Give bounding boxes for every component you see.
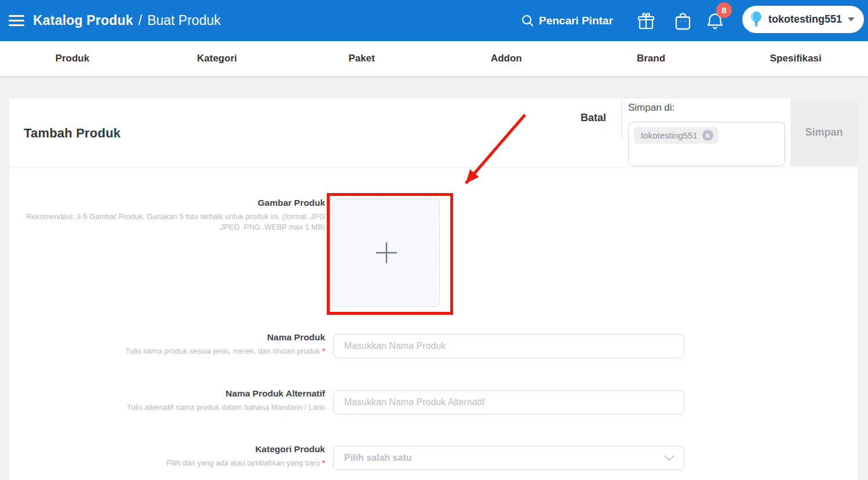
gift-button[interactable] [637,11,655,31]
save-in-label: Simpan di: [628,102,674,114]
image-upload-dropzone[interactable] [333,199,440,307]
tab-produk[interactable]: Produk [0,41,145,76]
plus-icon [373,239,400,266]
required-marker: * [322,347,325,355]
field-hint: Tulis nama produk sesuai jenis, merek, d… [23,346,325,357]
search-label: Pencari Pintar [539,14,613,27]
menu-icon[interactable] [9,15,24,26]
search-icon [521,14,534,27]
field-label: Kategori Produk [23,444,325,454]
tab-brand[interactable]: Brand [579,41,724,76]
shopping-bag-icon [674,12,691,30]
product-alt-name-input[interactable] [333,390,684,414]
store-tag-label: tokotesting551 [641,130,698,140]
shopping-bag-button[interactable] [673,11,692,31]
tab-spesifikasi[interactable]: Spesifikasi [723,41,868,76]
account-menu[interactable]: tokotesting551 [742,6,864,33]
smart-search-button[interactable]: Pencari Pintar [521,0,613,41]
card-header-divider [9,168,858,168]
image-field-label-block: Gambar Produk Rekomendasi: 3-5 Gambar Pr… [23,198,325,232]
account-name: tokotesting551 [768,13,842,26]
notification-badge: 8 [716,2,732,18]
remove-tag-icon[interactable]: × [702,130,713,141]
module-nav: Produk Kategori Paket Addon Brand Spesif… [0,41,868,76]
field-label: Nama Produk [23,332,325,343]
tab-kategori[interactable]: Kategori [145,41,290,76]
gift-icon [637,12,655,30]
page-title: Tambah Produk [24,99,121,168]
breadcrumb-separator: / [138,13,142,28]
product-category-select[interactable]: Pilih salah satu [333,446,684,470]
save-button[interactable]: Simpan [790,99,858,166]
field-hint: Pilih dari yang ada atau tambahkan yang … [23,458,325,468]
select-placeholder: Pilih salah satu [344,453,411,463]
store-tag-chip: tokotesting551 × [634,127,718,144]
balloon-icon [750,10,763,28]
caret-down-icon [848,17,855,21]
breadcrumb-primary[interactable]: Katalog Produk [33,13,133,28]
store-tags-box[interactable]: tokotesting551 × [628,122,785,166]
cancel-button[interactable]: Batal [581,112,606,124]
toolbar-divider [621,99,622,138]
tab-paket[interactable]: Paket [289,41,434,76]
chevron-down-icon [664,455,674,461]
top-bar: Katalog Produk / Buat Produk Pencari Pin… [0,0,868,41]
field-label: Nama Produk Alternatif [23,388,325,399]
image-field-label: Gambar Produk [23,198,325,208]
image-field-hint: Rekomendasi: 3-5 Gambar Produk. Gunakan … [23,212,325,232]
product-name-input[interactable] [333,334,684,358]
required-marker: * [322,459,325,467]
app-window: Katalog Produk / Buat Produk Pencari Pin… [0,0,868,480]
tab-addon[interactable]: Addon [434,41,579,76]
field-hint: Tulis alternatif nama produk dalam bahas… [23,402,325,413]
breadcrumb-secondary: Buat Produk [147,13,221,28]
product-alt-name-label-block: Nama Produk Alternatif Tulis alternatif … [23,388,325,413]
product-category-label-block: Kategori Produk Pilih dari yang ada atau… [23,444,325,468]
breadcrumb: Katalog Produk / Buat Produk [33,0,221,41]
product-name-label-block: Nama Produk Tulis nama produk sesuai jen… [23,332,325,357]
